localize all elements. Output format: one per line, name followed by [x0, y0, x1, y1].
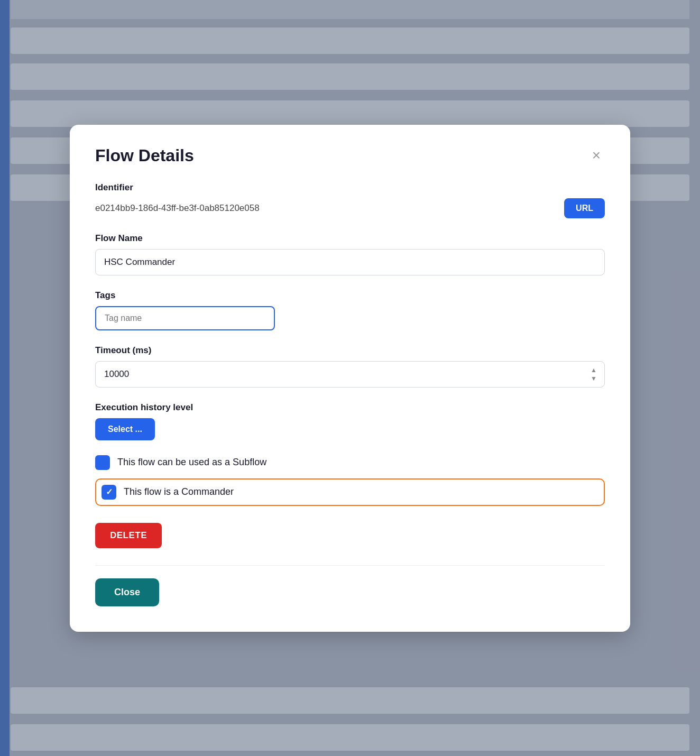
timeout-input[interactable] — [95, 361, 605, 388]
close-footer-button[interactable]: Close — [95, 578, 159, 606]
close-icon-button[interactable]: × — [588, 146, 605, 165]
commander-checkbox-row[interactable]: ✓ This flow is a Commander — [95, 478, 605, 506]
commander-checkbox[interactable]: ✓ — [102, 485, 116, 500]
flow-name-label: Flow Name — [95, 233, 605, 244]
flow-name-section: Flow Name — [95, 233, 605, 275]
spinner-up-button[interactable]: ▲ — [589, 366, 598, 374]
delete-button[interactable]: DELETE — [95, 523, 162, 548]
subflow-checkbox-row[interactable]: This flow can be used as a Subflow — [95, 455, 605, 470]
select-execution-history-button[interactable]: Select ... — [95, 418, 155, 440]
tags-section: Tags — [95, 290, 605, 330]
identifier-row: e0214bb9-186d-43ff-be3f-0ab85120e058 URL — [95, 198, 605, 218]
url-button[interactable]: URL — [564, 198, 605, 218]
timeout-section: Timeout (ms) ▲ ▼ — [95, 345, 605, 388]
flow-name-input[interactable] — [95, 249, 605, 275]
spinner-down-button[interactable]: ▼ — [589, 375, 598, 382]
tag-name-input[interactable] — [95, 306, 275, 330]
timeout-input-wrapper: ▲ ▼ — [95, 361, 605, 388]
flow-details-modal: Flow Details × Identifier e0214bb9-186d-… — [70, 125, 630, 632]
tags-label: Tags — [95, 290, 605, 301]
commander-checkmark: ✓ — [106, 487, 113, 497]
identifier-section: Identifier e0214bb9-186d-43ff-be3f-0ab85… — [95, 182, 605, 218]
identifier-value: e0214bb9-186d-43ff-be3f-0ab85120e058 — [95, 203, 260, 214]
subflow-checkbox[interactable] — [95, 455, 110, 470]
execution-history-label: Execution history level — [95, 402, 605, 413]
delete-section: DELETE — [95, 523, 605, 565]
spinner-buttons: ▲ ▼ — [589, 366, 598, 382]
modal-title: Flow Details — [95, 146, 194, 165]
checkboxes-section: This flow can be used as a Subflow ✓ Thi… — [95, 455, 605, 506]
modal-footer: Close — [95, 565, 605, 606]
timeout-label: Timeout (ms) — [95, 345, 605, 356]
execution-history-section: Execution history level Select ... — [95, 402, 605, 440]
commander-checkbox-label: This flow is a Commander — [124, 486, 234, 497]
identifier-label: Identifier — [95, 182, 605, 193]
modal-header: Flow Details × — [95, 146, 605, 165]
subflow-checkbox-label: This flow can be used as a Subflow — [117, 457, 266, 468]
